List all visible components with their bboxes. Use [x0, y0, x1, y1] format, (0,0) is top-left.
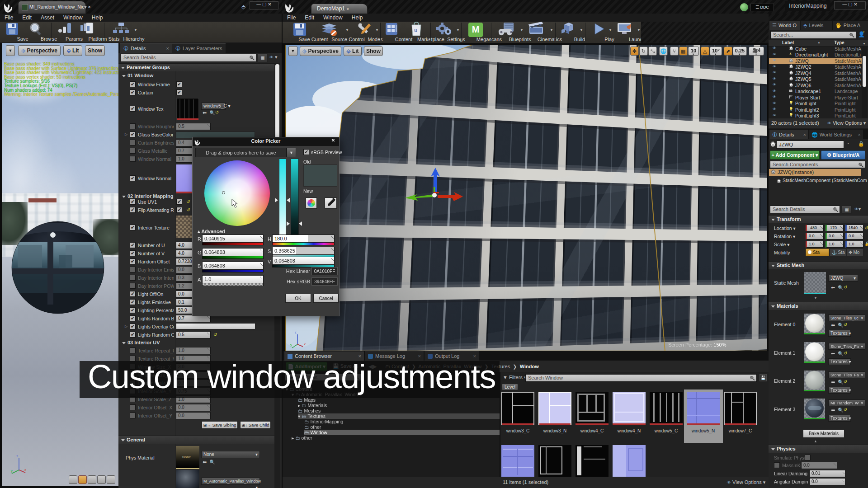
- svg-text:y: y: [11, 469, 13, 473]
- svg-text:z: z: [16, 454, 18, 458]
- svg-text:x: x: [304, 342, 306, 346]
- svg-text:y: y: [290, 343, 292, 347]
- svg-text:x: x: [24, 468, 26, 472]
- svg-text:z: z: [295, 330, 297, 334]
